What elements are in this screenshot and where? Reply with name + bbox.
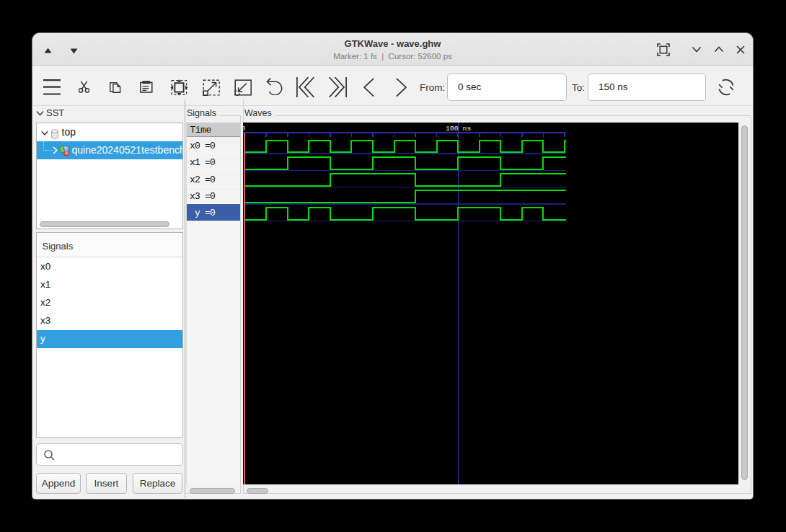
svg-text:0: 0: [243, 124, 245, 132]
svg-text:100 ns: 100 ns: [446, 124, 471, 132]
